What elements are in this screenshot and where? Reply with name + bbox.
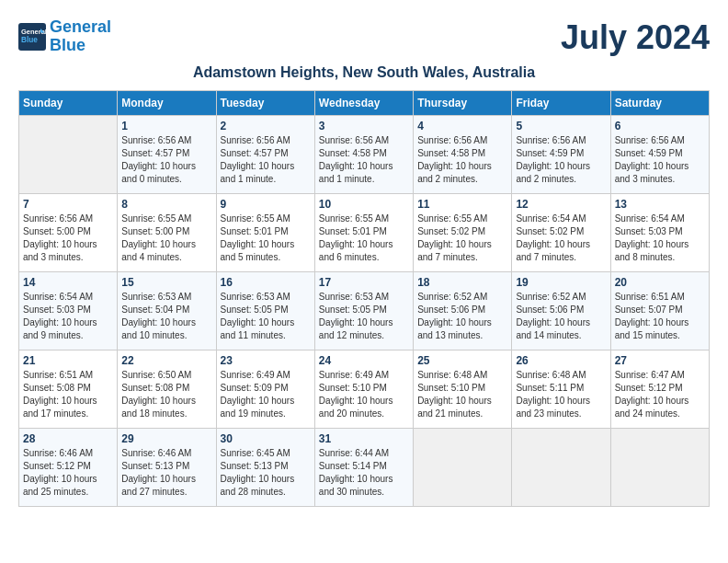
day-info: Sunrise: 6:54 AMSunset: 5:03 PMDaylight:… bbox=[23, 291, 113, 342]
calendar-cell: 28Sunrise: 6:46 AMSunset: 5:12 PMDayligh… bbox=[19, 429, 118, 507]
day-number: 13 bbox=[615, 198, 705, 211]
day-info: Sunrise: 6:44 AMSunset: 5:14 PMDaylight:… bbox=[319, 447, 409, 499]
calendar-cell: 15Sunrise: 6:53 AMSunset: 5:04 PMDayligh… bbox=[118, 272, 216, 350]
calendar-cell: 21Sunrise: 6:51 AMSunset: 5:08 PMDayligh… bbox=[19, 350, 118, 429]
day-info: Sunrise: 6:55 AMSunset: 5:01 PMDaylight:… bbox=[221, 213, 311, 264]
day-number: 31 bbox=[319, 432, 409, 445]
day-header-friday: Friday bbox=[512, 91, 610, 116]
day-number: 21 bbox=[23, 354, 113, 367]
day-number: 28 bbox=[23, 432, 113, 445]
day-number: 22 bbox=[121, 354, 211, 367]
calendar-cell: 20Sunrise: 6:51 AMSunset: 5:07 PMDayligh… bbox=[610, 272, 709, 350]
day-number: 26 bbox=[516, 354, 606, 367]
calendar-header: SundayMondayTuesdayWednesdayThursdayFrid… bbox=[19, 91, 710, 116]
week-row-3: 14Sunrise: 6:54 AMSunset: 5:03 PMDayligh… bbox=[19, 272, 710, 350]
day-info: Sunrise: 6:55 AMSunset: 5:01 PMDaylight:… bbox=[319, 213, 409, 264]
day-info: Sunrise: 6:53 AMSunset: 5:04 PMDaylight:… bbox=[121, 291, 211, 342]
day-info: Sunrise: 6:46 AMSunset: 5:13 PMDaylight:… bbox=[121, 447, 211, 499]
calendar-cell: 3Sunrise: 6:56 AMSunset: 4:58 PMDaylight… bbox=[314, 116, 413, 194]
calendar-cell: 14Sunrise: 6:54 AMSunset: 5:03 PMDayligh… bbox=[19, 272, 118, 350]
day-info: Sunrise: 6:50 AMSunset: 5:08 PMDaylight:… bbox=[121, 369, 211, 420]
calendar-cell: 16Sunrise: 6:53 AMSunset: 5:05 PMDayligh… bbox=[216, 272, 314, 350]
day-header-thursday: Thursday bbox=[414, 91, 512, 116]
day-number: 29 bbox=[121, 432, 211, 445]
day-number: 12 bbox=[516, 198, 606, 211]
day-number: 11 bbox=[417, 198, 507, 211]
day-number: 6 bbox=[615, 120, 705, 132]
calendar-cell: 22Sunrise: 6:50 AMSunset: 5:08 PMDayligh… bbox=[118, 350, 216, 429]
day-info: Sunrise: 6:52 AMSunset: 5:06 PMDaylight:… bbox=[516, 291, 606, 342]
day-info: Sunrise: 6:48 AMSunset: 5:10 PMDaylight:… bbox=[417, 369, 507, 420]
calendar-cell: 12Sunrise: 6:54 AMSunset: 5:02 PMDayligh… bbox=[512, 194, 610, 272]
calendar-cell: 25Sunrise: 6:48 AMSunset: 5:10 PMDayligh… bbox=[414, 350, 512, 429]
day-number: 2 bbox=[221, 120, 311, 132]
day-header-tuesday: Tuesday bbox=[216, 91, 314, 116]
calendar-cell: 30Sunrise: 6:45 AMSunset: 5:13 PMDayligh… bbox=[216, 429, 314, 507]
calendar-cell: 8Sunrise: 6:55 AMSunset: 5:00 PMDaylight… bbox=[118, 194, 216, 272]
svg-text:Blue: Blue bbox=[21, 36, 38, 44]
calendar-cell: 10Sunrise: 6:55 AMSunset: 5:01 PMDayligh… bbox=[314, 194, 413, 272]
day-info: Sunrise: 6:56 AMSunset: 4:59 PMDaylight:… bbox=[615, 134, 705, 186]
day-info: Sunrise: 6:56 AMSunset: 4:58 PMDaylight:… bbox=[319, 134, 409, 186]
day-number: 9 bbox=[221, 198, 311, 211]
day-info: Sunrise: 6:47 AMSunset: 5:12 PMDaylight:… bbox=[615, 369, 705, 420]
calendar-cell: 26Sunrise: 6:48 AMSunset: 5:11 PMDayligh… bbox=[512, 350, 610, 429]
page-header: General Blue General Blue July 2024 bbox=[18, 18, 710, 57]
day-number: 4 bbox=[417, 120, 507, 132]
calendar-table: SundayMondayTuesdayWednesdayThursdayFrid… bbox=[18, 90, 710, 507]
day-info: Sunrise: 6:56 AMSunset: 4:58 PMDaylight:… bbox=[417, 134, 507, 186]
day-number: 16 bbox=[221, 276, 311, 289]
calendar-cell: 17Sunrise: 6:53 AMSunset: 5:05 PMDayligh… bbox=[314, 272, 413, 350]
calendar-body: 1Sunrise: 6:56 AMSunset: 4:57 PMDaylight… bbox=[19, 116, 710, 507]
calendar-cell: 27Sunrise: 6:47 AMSunset: 5:12 PMDayligh… bbox=[610, 350, 709, 429]
day-number: 8 bbox=[121, 198, 211, 211]
day-info: Sunrise: 6:52 AMSunset: 5:06 PMDaylight:… bbox=[417, 291, 507, 342]
calendar-cell bbox=[610, 429, 709, 507]
calendar-cell: 4Sunrise: 6:56 AMSunset: 4:58 PMDaylight… bbox=[414, 116, 512, 194]
day-number: 7 bbox=[23, 198, 113, 211]
day-info: Sunrise: 6:51 AMSunset: 5:07 PMDaylight:… bbox=[615, 291, 705, 342]
calendar-subtitle: Adamstown Heights, New South Wales, Aust… bbox=[18, 64, 710, 81]
day-number: 27 bbox=[615, 354, 705, 367]
day-header-row: SundayMondayTuesdayWednesdayThursdayFrid… bbox=[19, 91, 710, 116]
week-row-4: 21Sunrise: 6:51 AMSunset: 5:08 PMDayligh… bbox=[19, 350, 710, 429]
week-row-5: 28Sunrise: 6:46 AMSunset: 5:12 PMDayligh… bbox=[19, 429, 710, 507]
calendar-cell: 19Sunrise: 6:52 AMSunset: 5:06 PMDayligh… bbox=[512, 272, 610, 350]
week-row-1: 1Sunrise: 6:56 AMSunset: 4:57 PMDaylight… bbox=[19, 116, 710, 194]
day-info: Sunrise: 6:49 AMSunset: 5:09 PMDaylight:… bbox=[221, 369, 311, 420]
day-info: Sunrise: 6:53 AMSunset: 5:05 PMDaylight:… bbox=[319, 291, 409, 342]
calendar-cell: 13Sunrise: 6:54 AMSunset: 5:03 PMDayligh… bbox=[610, 194, 709, 272]
day-number: 14 bbox=[23, 276, 113, 289]
calendar-cell: 18Sunrise: 6:52 AMSunset: 5:06 PMDayligh… bbox=[414, 272, 512, 350]
logo-icon: General Blue bbox=[18, 23, 46, 51]
day-info: Sunrise: 6:56 AMSunset: 5:00 PMDaylight:… bbox=[23, 213, 113, 264]
calendar-cell: 1Sunrise: 6:56 AMSunset: 4:57 PMDaylight… bbox=[118, 116, 216, 194]
logo-text: General Blue bbox=[50, 18, 111, 55]
calendar-cell: 29Sunrise: 6:46 AMSunset: 5:13 PMDayligh… bbox=[118, 429, 216, 507]
calendar-cell: 23Sunrise: 6:49 AMSunset: 5:09 PMDayligh… bbox=[216, 350, 314, 429]
day-number: 3 bbox=[319, 120, 409, 132]
day-number: 23 bbox=[221, 354, 311, 367]
day-info: Sunrise: 6:49 AMSunset: 5:10 PMDaylight:… bbox=[319, 369, 409, 420]
calendar-cell bbox=[414, 429, 512, 507]
day-info: Sunrise: 6:48 AMSunset: 5:11 PMDaylight:… bbox=[516, 369, 606, 420]
calendar-cell: 7Sunrise: 6:56 AMSunset: 5:00 PMDaylight… bbox=[19, 194, 118, 272]
day-number: 1 bbox=[121, 120, 211, 132]
day-info: Sunrise: 6:53 AMSunset: 5:05 PMDaylight:… bbox=[221, 291, 311, 342]
logo: General Blue General Blue bbox=[18, 18, 111, 55]
day-header-sunday: Sunday bbox=[19, 91, 118, 116]
day-number: 25 bbox=[417, 354, 507, 367]
day-info: Sunrise: 6:56 AMSunset: 4:59 PMDaylight:… bbox=[516, 134, 606, 186]
day-info: Sunrise: 6:54 AMSunset: 5:03 PMDaylight:… bbox=[615, 213, 705, 264]
logo-line2: Blue bbox=[50, 36, 85, 54]
week-row-2: 7Sunrise: 6:56 AMSunset: 5:00 PMDaylight… bbox=[19, 194, 710, 272]
day-number: 15 bbox=[121, 276, 211, 289]
logo-line1: General bbox=[50, 17, 111, 36]
day-info: Sunrise: 6:55 AMSunset: 5:02 PMDaylight:… bbox=[417, 213, 507, 264]
calendar-cell: 31Sunrise: 6:44 AMSunset: 5:14 PMDayligh… bbox=[314, 429, 413, 507]
day-info: Sunrise: 6:56 AMSunset: 4:57 PMDaylight:… bbox=[221, 134, 311, 186]
calendar-cell: 2Sunrise: 6:56 AMSunset: 4:57 PMDaylight… bbox=[216, 116, 314, 194]
calendar-cell: 5Sunrise: 6:56 AMSunset: 4:59 PMDaylight… bbox=[512, 116, 610, 194]
calendar-cell: 9Sunrise: 6:55 AMSunset: 5:01 PMDaylight… bbox=[216, 194, 314, 272]
day-number: 17 bbox=[319, 276, 409, 289]
